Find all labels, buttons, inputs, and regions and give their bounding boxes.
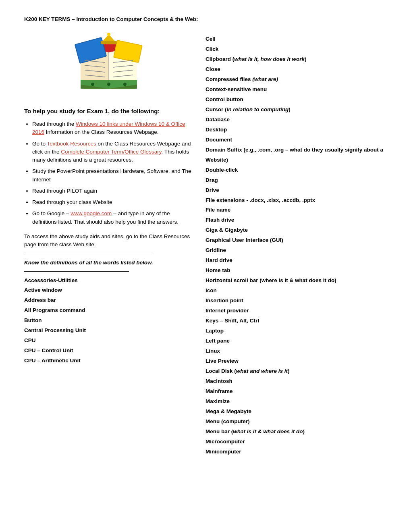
term-item: Document	[206, 135, 387, 145]
term-item: Home tab	[206, 266, 387, 276]
term-item: Context-sensitive menu	[206, 85, 387, 95]
glossary-link[interactable]: Complete Computer Term/Office Glossary	[61, 149, 161, 155]
term-item: Graphical User Interface (GUI)	[206, 235, 387, 245]
textbook-resources-link[interactable]: Textbook Resources	[47, 141, 96, 147]
term-item: CPU – Arithmetic Unit	[24, 356, 193, 366]
term-item: File name	[206, 205, 387, 215]
term-item: All Programs command	[24, 305, 193, 316]
top-section: To help you study for Exam 1, do the fol…	[24, 30, 387, 457]
study-list: Read through the Windows 10 links under …	[32, 120, 193, 226]
term-item: Active window	[24, 285, 193, 295]
term-item: Close	[206, 64, 387, 75]
term-item: Laptop	[206, 326, 387, 336]
list-item: Go to Google – www.google.com – and type…	[32, 210, 193, 226]
list-item: Study the PowerPoint presentations Hardw…	[32, 167, 193, 184]
term-item: Drag	[206, 175, 387, 185]
list-item: Read through PILOT again	[32, 187, 193, 195]
term-item: CPU	[24, 336, 193, 346]
term-item: Desktop	[206, 125, 387, 135]
term-item: Microcomputer	[206, 437, 387, 447]
book-image	[64, 30, 153, 99]
term-item: Menu (computer)	[206, 417, 387, 427]
term-item: Domain Suffix (e.g., .com, .org – what d…	[206, 145, 387, 165]
term-item: Giga & Gigabyte	[206, 225, 387, 235]
svg-point-20	[91, 83, 94, 86]
term-item: Horizontal scroll bar (where is it & wha…	[206, 276, 387, 286]
page-header: K200 KEY TERMS – Introduction to Compute…	[24, 16, 387, 22]
term-item: Accessories-Utilities	[24, 276, 193, 286]
svg-point-22	[123, 83, 127, 86]
divider-line-2	[24, 271, 129, 272]
right-terms-list: Cell Click Clipboard (what is it, how do…	[206, 34, 387, 457]
list-item: Read through the Windows 10 links under …	[32, 120, 193, 137]
access-text: To access the above study aids and sites…	[24, 233, 193, 249]
term-item: File extensions - .docx, .xlsx, .accdb, …	[206, 195, 387, 206]
term-item: Double-click	[206, 165, 387, 175]
term-item: Live Preview	[206, 356, 387, 366]
svg-point-10	[107, 33, 110, 36]
list-item: Read through your class Website	[32, 198, 193, 206]
term-item: Flash drive	[206, 215, 387, 225]
term-item: Maximize	[206, 397, 387, 407]
term-item: Keys – Shift, Alt, Ctrl	[206, 316, 387, 326]
term-item: CPU – Control Unit	[24, 346, 193, 356]
term-item: Icon	[206, 286, 387, 296]
term-item: Menu bar (what is it & what does it do)	[206, 427, 387, 437]
term-item: Internet provider	[206, 306, 387, 316]
term-item: Cursor (in relation to computing)	[206, 105, 387, 115]
list-item: Go to Textbook Resources on the Class Re…	[32, 140, 193, 164]
term-item: Control button	[206, 95, 387, 105]
svg-rect-9	[101, 41, 117, 44]
right-column: Cell Click Clipboard (what is it, how do…	[206, 30, 387, 457]
term-item: Insertion point	[206, 296, 387, 306]
term-item: Cell	[206, 34, 387, 44]
term-item: Hard drive	[206, 256, 387, 266]
term-item: Mega & Megabyte	[206, 407, 387, 417]
study-heading: To help you study for Exam 1, do the fol…	[24, 107, 193, 115]
term-item: Mainframe	[206, 387, 387, 397]
term-item: Minicomputer	[206, 447, 387, 457]
term-item: Macintosh	[206, 376, 387, 387]
term-item: Clipboard (what is it, how does it work)	[206, 54, 387, 64]
term-item: Left pane	[206, 336, 387, 346]
term-item: Gridline	[206, 245, 387, 256]
term-item: Click	[206, 44, 387, 54]
left-column: To help you study for Exam 1, do the fol…	[24, 30, 193, 457]
left-terms-list: Accessories-Utilities Active window Addr…	[24, 276, 193, 366]
know-definitions-text: Know the definitions of all the words li…	[24, 259, 193, 267]
term-item: Linux	[206, 346, 387, 356]
term-item: Database	[206, 115, 387, 125]
divider-line-1	[24, 253, 153, 253]
windows10-link[interactable]: Windows 10 links under Windows 10 & Offi…	[32, 121, 185, 135]
term-item: Address bar	[24, 295, 193, 305]
term-item: Button	[24, 316, 193, 326]
term-item: Compressed files (what are)	[206, 75, 387, 85]
google-link[interactable]: www.google.com	[71, 210, 112, 216]
term-item: Central Processing Unit	[24, 326, 193, 336]
svg-point-21	[107, 83, 110, 86]
term-item: Local Disk (what and where is it)	[206, 366, 387, 376]
term-item: Drive	[206, 185, 387, 195]
